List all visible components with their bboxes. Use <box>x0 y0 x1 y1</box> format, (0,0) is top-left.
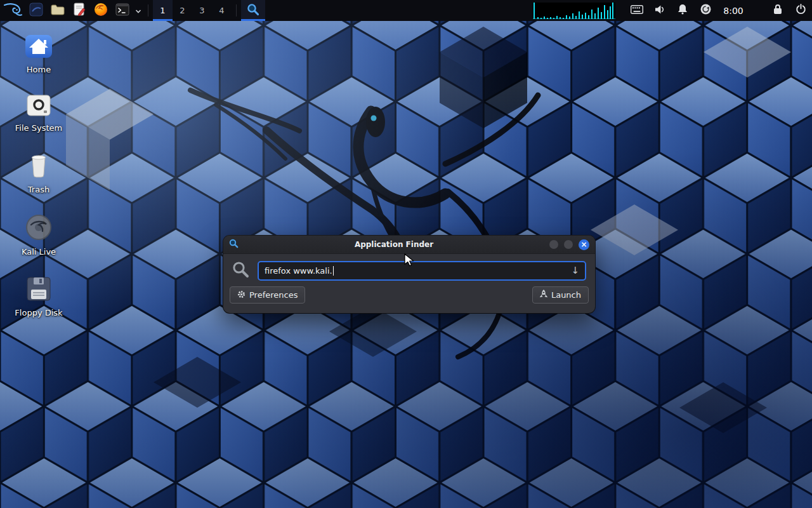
firefox-launcher[interactable] <box>90 0 112 21</box>
application-finder-window: Application Finder × firefox www.kali. ↓ <box>223 236 595 313</box>
workspace-4[interactable]: 4 <box>212 0 232 21</box>
taskbar-app-finder-button[interactable] <box>241 0 265 21</box>
workspace-2[interactable]: 2 <box>173 0 192 21</box>
floppy-disk-icon <box>26 276 51 304</box>
power-icon <box>796 4 806 17</box>
desktop-icon-label: Kali Live <box>22 248 56 257</box>
desktop-icon-kali-live[interactable]: Kali Live <box>11 214 67 257</box>
dropdown-arrow-icon[interactable]: ↓ <box>571 266 579 276</box>
close-button[interactable]: × <box>579 239 589 250</box>
bell-icon <box>678 4 688 17</box>
search-icon <box>232 261 249 281</box>
window-title: Application Finder <box>243 240 545 249</box>
logout-tray-button[interactable] <box>789 0 812 21</box>
maximize-button[interactable] <box>564 240 573 249</box>
desktop-icon-home[interactable]: Home <box>11 34 67 74</box>
desktop-icon-label: Trash <box>28 185 49 194</box>
minimize-button[interactable] <box>549 240 558 249</box>
folder-icon <box>51 4 65 18</box>
desktop-icon-floppy-disk[interactable]: Floppy Disk <box>11 276 67 318</box>
launch-icon <box>540 290 547 300</box>
desktop: Home File System Trash <box>0 0 812 508</box>
search-input[interactable]: firefox www.kali. ↓ <box>258 261 586 281</box>
system-monitor-graph[interactable] <box>533 0 615 21</box>
workspace-3[interactable]: 3 <box>192 0 212 21</box>
desktop-icon-label: Floppy Disk <box>15 309 62 318</box>
panel-separator <box>236 4 237 17</box>
panel-separator <box>148 4 148 17</box>
desktop-icon-trash[interactable]: Trash <box>11 153 67 194</box>
lock-tray-button[interactable] <box>766 0 789 21</box>
launch-label: Launch <box>551 290 581 300</box>
home-icon <box>25 34 53 61</box>
desktop-icon-label: Home <box>27 65 51 74</box>
file-manager-launcher[interactable] <box>47 0 69 21</box>
workspace-1[interactable]: 1 <box>153 0 173 21</box>
updates-tray-button[interactable] <box>694 0 717 21</box>
search-row: firefox www.kali. ↓ <box>223 254 595 286</box>
terminal-launcher[interactable] <box>112 0 133 21</box>
trash-icon <box>27 153 51 181</box>
top-panel: 1 2 3 4 <box>0 0 812 21</box>
window-controls: × <box>549 239 589 250</box>
launch-button[interactable]: Launch <box>532 286 589 304</box>
titlebar[interactable]: Application Finder × <box>223 236 595 254</box>
search-query-text: firefox www.kali. <box>265 266 332 276</box>
firefox-icon <box>94 3 108 19</box>
preferences-label: Preferences <box>249 290 298 300</box>
app-finder-taskbar-icon <box>247 3 259 18</box>
button-row: Preferences Launch <box>223 286 595 304</box>
terminal-dropdown-button[interactable] <box>133 0 143 21</box>
preferences-button[interactable]: Preferences <box>230 286 305 304</box>
speaker-icon <box>654 4 665 17</box>
desktop-icons: Home File System Trash <box>11 34 67 318</box>
keyboard-icon <box>631 4 643 17</box>
volume-tray-button[interactable] <box>648 0 671 21</box>
drive-icon <box>26 94 51 119</box>
terminal-icon <box>115 3 129 18</box>
app-finder-window-icon <box>229 239 239 251</box>
kali-menu-button[interactable] <box>0 0 25 21</box>
blue-square-icon <box>29 3 43 19</box>
notifications-tray-button[interactable] <box>671 0 694 21</box>
kali-live-disc-icon <box>25 214 52 243</box>
desktop-icon-file-system[interactable]: File System <box>11 94 67 133</box>
gear-icon <box>237 290 246 300</box>
lock-icon <box>773 4 782 17</box>
text-caret <box>333 266 334 276</box>
workspace-switcher: 1 2 3 4 <box>153 0 232 21</box>
clock[interactable]: 8:00 <box>717 0 750 21</box>
kali-logo-icon <box>3 2 22 20</box>
update-circle-icon <box>700 4 711 17</box>
keyboard-tray-button[interactable] <box>625 0 648 21</box>
dashboard-launcher[interactable] <box>25 0 47 21</box>
chevron-down-icon <box>135 4 141 17</box>
desktop-icon-label: File System <box>15 124 62 133</box>
text-editor-launcher[interactable] <box>69 0 90 21</box>
text-editor-icon <box>73 3 86 19</box>
